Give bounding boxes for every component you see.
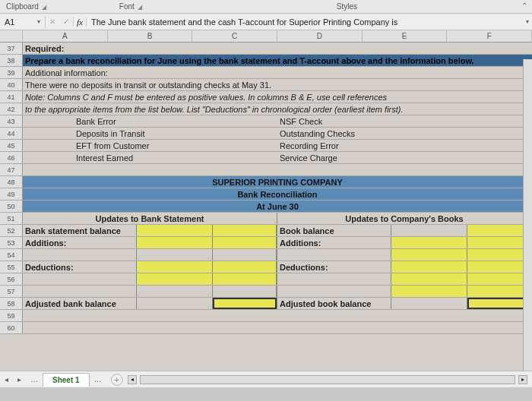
accept-formula-icon[interactable]: ✓ — [59, 17, 73, 26]
cell[interactable]: Additional information: — [23, 67, 532, 78]
cell[interactable] — [23, 310, 532, 321]
cell[interactable]: Additions: — [277, 237, 391, 248]
cell[interactable]: Adjusted bank balance — [23, 298, 137, 309]
cell[interactable] — [213, 273, 277, 285]
tab-nav-more-icon[interactable]: … — [26, 375, 43, 384]
name-box[interactable]: A1▾ — [0, 16, 46, 28]
dialog-launcher-icon[interactable]: ◢ — [42, 4, 46, 11]
cell[interactable] — [23, 164, 532, 175]
cell[interactable]: There were no deposits in transit or out… — [23, 79, 532, 90]
col-header[interactable]: A — [23, 30, 108, 42]
fx-icon[interactable]: fx — [73, 17, 87, 27]
cell[interactable] — [137, 237, 213, 248]
cell[interactable] — [467, 273, 531, 285]
cell[interactable]: Deductions: — [277, 261, 391, 273]
cell[interactable] — [391, 249, 467, 260]
cell[interactable] — [213, 237, 277, 248]
cell[interactable]: SUPERIOR PRINTING COMPANY — [23, 176, 532, 188]
row-header[interactable]: 46 — [0, 152, 23, 163]
cell[interactable] — [213, 261, 277, 273]
col-header[interactable]: C — [192, 30, 277, 42]
row-header[interactable]: 58 — [0, 298, 23, 309]
cell[interactable]: EFT from Customer — [23, 140, 277, 151]
cell[interactable] — [391, 286, 467, 297]
chevron-down-icon[interactable]: ▾ — [37, 18, 40, 25]
scroll-left-icon[interactable]: ◂ — [128, 375, 137, 384]
vertical-scrollbar[interactable] — [523, 59, 532, 371]
cell[interactable]: Prepare a bank reconciliation for June u… — [23, 55, 532, 66]
col-header[interactable]: D — [277, 30, 363, 42]
cell[interactable] — [467, 298, 531, 309]
row-header[interactable]: 55 — [0, 261, 23, 273]
cell[interactable] — [391, 261, 467, 273]
add-sheet-icon[interactable]: + — [111, 374, 123, 386]
row-header[interactable]: 42 — [0, 103, 23, 115]
cell[interactable] — [137, 273, 213, 285]
cell[interactable]: Bank Reconciliation — [23, 188, 532, 200]
cell[interactable]: Bank Error — [23, 115, 277, 127]
row-header[interactable]: 59 — [0, 310, 23, 321]
row-header[interactable]: 39 — [0, 67, 23, 78]
row-header[interactable]: 48 — [0, 176, 23, 188]
cell[interactable] — [137, 225, 213, 236]
row-header[interactable]: 60 — [0, 322, 23, 333]
ribbon-group-styles[interactable]: Styles — [331, 2, 363, 11]
cell[interactable]: Updates to Bank Statement — [23, 213, 277, 224]
cell[interactable] — [277, 249, 391, 260]
cell[interactable]: Required: — [23, 43, 532, 54]
cell[interactable]: NSF Check — [277, 115, 532, 127]
cell[interactable]: Service Charge — [277, 152, 532, 163]
spreadsheet-grid[interactable]: A B C D E F 37Required: 38Prepare a bank… — [0, 30, 532, 387]
chevron-down-icon[interactable]: ▾ — [523, 18, 532, 25]
cell[interactable]: Book balance — [277, 225, 391, 236]
row-header[interactable]: 45 — [0, 140, 23, 151]
cell[interactable] — [23, 249, 137, 260]
ribbon-group-font[interactable]: Font◢ — [113, 2, 148, 11]
formula-input[interactable]: The June bank statement and the cash T-a… — [87, 16, 523, 28]
tab-nav-more-icon[interactable]: … — [90, 375, 106, 384]
ribbon-group-clipboard[interactable]: Clipboard◢ — [0, 2, 52, 11]
cell[interactable]: Deductions: — [23, 261, 137, 273]
cell[interactable]: Additions: — [23, 237, 137, 248]
cell[interactable] — [467, 237, 531, 248]
cancel-formula-icon[interactable]: ✕ — [46, 17, 59, 26]
row-header[interactable]: 49 — [0, 188, 23, 200]
col-header[interactable]: F — [447, 30, 532, 42]
cell[interactable]: Bank statement balance — [23, 225, 137, 236]
cell[interactable]: Interest Earned — [23, 152, 277, 163]
cell[interactable] — [277, 286, 391, 297]
collapse-ribbon-icon[interactable]: ⌃ — [521, 2, 527, 10]
cell[interactable] — [137, 261, 213, 273]
horizontal-scrollbar[interactable]: ◂ ▸ — [123, 375, 532, 384]
col-header[interactable]: E — [363, 30, 448, 42]
cell[interactable] — [137, 286, 213, 297]
cell[interactable] — [467, 286, 531, 297]
cell[interactable] — [137, 249, 213, 260]
cell[interactable] — [213, 286, 277, 297]
row-header[interactable]: 56 — [0, 273, 23, 285]
cell[interactable] — [391, 225, 467, 236]
cell[interactable] — [213, 249, 277, 260]
cell[interactable] — [137, 298, 213, 309]
tab-nav-next-icon[interactable]: ▸ — [13, 375, 26, 384]
cell[interactable]: Outstanding Checks — [277, 128, 532, 139]
row-header[interactable]: 57 — [0, 286, 23, 297]
cell[interactable]: Note: Columns C and F must be entered as… — [23, 91, 532, 103]
cell[interactable] — [23, 286, 137, 297]
row-header[interactable]: 54 — [0, 249, 23, 260]
scroll-right-icon[interactable]: ▸ — [518, 375, 527, 384]
cell[interactable] — [23, 273, 137, 285]
col-header[interactable]: B — [108, 30, 193, 42]
cell[interactable]: At June 30 — [23, 200, 532, 212]
row-header[interactable]: 43 — [0, 115, 23, 127]
cell[interactable] — [391, 273, 467, 285]
row-header[interactable]: 44 — [0, 128, 23, 139]
row-header[interactable]: 40 — [0, 79, 23, 90]
cell[interactable] — [277, 273, 391, 285]
cell[interactable] — [467, 249, 531, 260]
row-header[interactable]: 37 — [0, 43, 23, 54]
cell[interactable] — [23, 322, 532, 333]
cell[interactable]: Deposits in Transit — [23, 128, 277, 139]
cell[interactable]: Adjusted book balance — [277, 298, 391, 309]
row-header[interactable]: 53 — [0, 237, 23, 248]
